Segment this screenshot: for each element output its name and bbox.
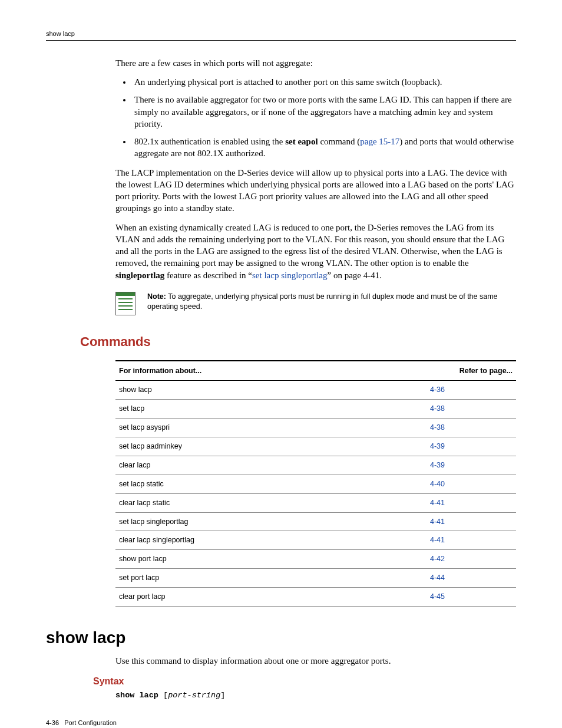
command-cell: clear lacp singleportlag — [115, 531, 427, 550]
page-link[interactable]: set lacp singleportlag — [252, 271, 327, 280]
page-link[interactable]: 4-45 — [427, 588, 516, 607]
note-text: Note: To aggregate, underlying physical … — [147, 292, 516, 312]
command-cell: set lacp asyspri — [115, 419, 427, 437]
commands-heading: Commands — [80, 333, 516, 351]
command-cell: clear port lacp — [115, 588, 427, 607]
paragraph: The LACP implementation on the D-Series … — [115, 167, 516, 215]
page-link[interactable]: 4-42 — [427, 550, 516, 569]
bullet-item: There is no available aggregator for two… — [132, 94, 516, 130]
syntax-code: show lacp [port-string] — [115, 690, 516, 701]
commands-table: For information about... Refer to page..… — [115, 360, 516, 607]
command-cell: set lacp static — [115, 475, 427, 493]
page-link[interactable]: page 15-17 — [360, 137, 399, 146]
command-cell: show port lacp — [115, 550, 427, 569]
paragraph: When an existing dynamically created LAG… — [115, 222, 516, 281]
syntax-heading: Syntax — [93, 675, 516, 688]
bullet-list: An underlying physical port is attached … — [115, 76, 516, 160]
running-header: show lacp — [46, 29, 516, 41]
page-link[interactable]: 4-41 — [427, 512, 516, 531]
table-header: For information about... — [115, 361, 427, 381]
table-row: show lacp4-36 — [115, 381, 516, 400]
command-cell: clear lacp static — [115, 493, 427, 512]
note-icon — [115, 292, 135, 315]
section-title: show lacp — [46, 627, 516, 649]
table-header: Refer to page... — [427, 361, 516, 381]
table-row: show port lacp4-42 — [115, 550, 516, 569]
page-link[interactable]: 4-41 — [427, 493, 516, 512]
command-cell: show lacp — [115, 381, 427, 400]
page-link[interactable]: 4-39 — [427, 437, 516, 456]
command-cell: set lacp aadminkey — [115, 437, 427, 456]
command-cell: set lacp — [115, 400, 427, 419]
table-row: set lacp4-38 — [115, 400, 516, 419]
intro-paragraph: There are a few cases in which ports wil… — [115, 57, 516, 69]
page-link[interactable]: 4-40 — [427, 475, 516, 493]
table-row: set port lacp4-44 — [115, 569, 516, 588]
table-row: clear lacp4-39 — [115, 456, 516, 475]
page-link[interactable]: 4-44 — [427, 569, 516, 588]
page-link[interactable]: 4-41 — [427, 531, 516, 550]
bullet-item: 802.1x authentication is enabled using t… — [132, 136, 516, 160]
command-cell: set port lacp — [115, 569, 427, 588]
table-row: set lacp singleportlag4-41 — [115, 512, 516, 531]
command-cell: set lacp singleportlag — [115, 512, 427, 531]
table-row: set lacp static4-40 — [115, 475, 516, 493]
table-row: clear lacp singleportlag4-41 — [115, 531, 516, 550]
table-row: clear port lacp4-45 — [115, 588, 516, 607]
page-link[interactable]: 4-38 — [427, 400, 516, 419]
page-link[interactable]: 4-36 — [427, 381, 516, 400]
command-cell: clear lacp — [115, 456, 427, 475]
table-row: set lacp asyspri4-38 — [115, 419, 516, 437]
note-block: Note: To aggregate, underlying physical … — [115, 292, 516, 315]
section-description: Use this command to display information … — [115, 655, 516, 667]
table-row: set lacp aadminkey4-39 — [115, 437, 516, 456]
page-footer: 4-36 Port Configuration — [46, 719, 516, 727]
page-link[interactable]: 4-38 — [427, 419, 516, 437]
bullet-item: An underlying physical port is attached … — [132, 76, 516, 88]
table-row: clear lacp static4-41 — [115, 493, 516, 512]
page-link[interactable]: 4-39 — [427, 456, 516, 475]
